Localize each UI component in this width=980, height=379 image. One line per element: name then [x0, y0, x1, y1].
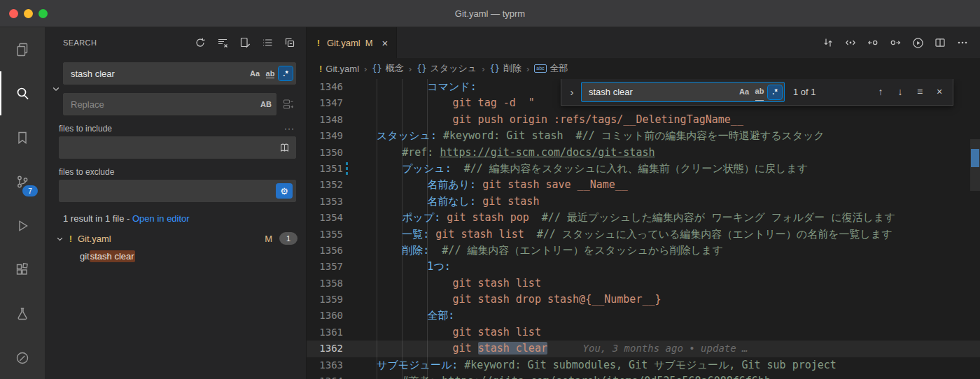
line-number[interactable]: 1354: [307, 210, 351, 226]
search-open-editors-icon[interactable]: [276, 140, 293, 155]
symbol-object-icon: {}: [489, 64, 499, 73]
line-number[interactable]: 1364: [307, 373, 351, 379]
code-line-1354[interactable]: 1354 ポップ: git stash pop #// 最近プッシュした編集内容…: [307, 210, 980, 226]
code-line-1349[interactable]: 1349 スタッシュ: #keyword: Git stash #// コミット…: [307, 128, 980, 144]
code-line-1356[interactable]: 1356 削除: #// 編集内容（エントリー）をスタッシュから削除します: [307, 243, 980, 259]
code-line-1360[interactable]: 1360 全部:: [307, 308, 980, 324]
next-change-icon[interactable]: [889, 36, 902, 49]
close-find-icon[interactable]: ×: [932, 85, 947, 100]
next-match-icon[interactable]: ↓: [892, 85, 908, 100]
split-editor-icon[interactable]: [934, 36, 946, 49]
code-text: git push origin :refs/tags/__DeletingTag…: [351, 112, 980, 128]
line-number[interactable]: 1355: [307, 227, 351, 243]
preserve-case-icon[interactable]: AB: [259, 97, 273, 111]
breadcrumb-item[interactable]: !Git.yaml: [319, 64, 359, 74]
more-actions-icon[interactable]: [956, 36, 969, 49]
line-number[interactable]: 1357: [307, 259, 351, 275]
breadcrumb-separator: ›: [364, 64, 367, 74]
line-number[interactable]: 1351: [307, 161, 351, 177]
code-line-1350[interactable]: 1350 #ref: https://git-scm.com/docs/git-…: [307, 145, 980, 161]
use-exclude-settings-gear-icon[interactable]: ⚙: [276, 183, 293, 199]
tab-close-icon[interactable]: ×: [382, 37, 388, 49]
testing-icon[interactable]: [0, 292, 45, 336]
compare-changes-icon[interactable]: [822, 36, 834, 49]
explorer-icon[interactable]: [0, 27, 45, 71]
line-number[interactable]: 1360: [307, 308, 351, 324]
line-number[interactable]: 1363: [307, 357, 351, 373]
token: https://qiita.com/sotarok/items/0d525e56…: [442, 375, 771, 379]
new-search-editor-icon[interactable]: [239, 36, 251, 49]
overview-ruler[interactable]: [970, 79, 980, 379]
toggle-replace-icon[interactable]: ›: [567, 84, 577, 100]
search-result-match-row[interactable]: git stash clear: [45, 248, 306, 265]
toggle-replace-chevron-icon[interactable]: [49, 62, 63, 115]
minimize-window-button[interactable]: [24, 9, 33, 18]
line-number[interactable]: 1361: [307, 324, 351, 341]
code-line-1355[interactable]: 1355 一覧: git stash list #// スタッシュに入っている編…: [307, 227, 980, 243]
code-line-1361[interactable]: 1361 git stash list: [307, 324, 980, 341]
breadcrumb-item[interactable]: abc全部: [534, 62, 568, 75]
zoom-window-button[interactable]: [38, 9, 48, 18]
replace-input[interactable]: [69, 99, 258, 110]
line-number[interactable]: 1346: [307, 79, 351, 95]
line-number[interactable]: 1362: [307, 341, 351, 357]
close-window-button[interactable]: [9, 9, 18, 18]
line-number[interactable]: 1356: [307, 243, 351, 259]
line-number[interactable]: 1352: [307, 177, 351, 193]
source-control-icon[interactable]: 7: [0, 159, 45, 203]
line-number[interactable]: 1359: [307, 292, 351, 308]
open-in-editor-link[interactable]: Open in editor: [132, 213, 190, 224]
whole-word-icon[interactable]: ab: [263, 66, 277, 80]
find-in-selection-icon[interactable]: ≡: [912, 85, 927, 100]
extensions-icon[interactable]: [0, 248, 45, 292]
regex-icon[interactable]: .*: [768, 85, 782, 99]
activity-bar: 7: [0, 27, 45, 379]
refresh-icon[interactable]: [194, 36, 206, 49]
code-line-1348[interactable]: 1348 git push origin :refs/tags/__Deleti…: [307, 112, 980, 128]
breadcrumb-item[interactable]: {}概念: [372, 62, 403, 75]
token: コマンド:: [351, 80, 477, 93]
files-to-exclude-input[interactable]: [65, 185, 276, 197]
breadcrumb-item[interactable]: {}スタッシュ: [416, 62, 477, 75]
find-input-box: Aa ab .*: [581, 82, 785, 102]
code-line-1353[interactable]: 1353 名前なし: git stash: [307, 194, 980, 210]
find-input[interactable]: [587, 86, 736, 98]
pencil-circle-icon[interactable]: [0, 336, 45, 379]
line-number[interactable]: 1348: [307, 112, 351, 128]
view-as-list-icon[interactable]: [261, 36, 274, 49]
search-input[interactable]: [69, 68, 246, 80]
chevron-down-icon[interactable]: [56, 235, 64, 243]
code-line-1362[interactable]: 1362 git stash clear You, 3 months ago •…: [307, 341, 980, 357]
line-number[interactable]: 1350: [307, 145, 351, 161]
breadcrumb-item[interactable]: {}削除: [489, 62, 521, 75]
replace-all-icon[interactable]: [281, 96, 296, 112]
run-icon[interactable]: [911, 36, 924, 49]
code-line-1359[interactable]: 1359 git stash drop stash@{__Number__}: [307, 292, 980, 308]
code-line-1357[interactable]: 1357 1つ:: [307, 259, 980, 275]
code-line-1363[interactable]: 1363 サブモジュール: #keyword: Git submodules, …: [307, 357, 980, 373]
match-case-icon[interactable]: Aa: [248, 66, 262, 80]
clear-search-results-icon[interactable]: [216, 36, 229, 49]
line-number[interactable]: 1353: [307, 194, 351, 210]
open-changes-icon[interactable]: [844, 36, 857, 49]
collapse-all-icon[interactable]: [284, 36, 296, 49]
code-line-1352[interactable]: 1352 名前あり: git stash save __Name__: [307, 177, 980, 193]
whole-word-icon[interactable]: ab: [752, 85, 766, 99]
tab-git-yaml[interactable]: ! Git.yaml M ×: [307, 27, 397, 58]
code-line-1351[interactable]: 1351 プッシュ: #// 編集内容をスタッシュに入れ、編集前（クリーン状態）…: [307, 161, 980, 177]
previous-change-icon[interactable]: [867, 36, 879, 49]
line-number[interactable]: 1349: [307, 128, 351, 144]
files-to-include-input[interactable]: [65, 142, 276, 154]
run-debug-icon[interactable]: [0, 203, 45, 248]
toggle-search-details-icon[interactable]: ···: [284, 124, 295, 134]
match-case-icon[interactable]: Aa: [737, 85, 751, 99]
result-file-row[interactable]: ! Git.yaml M 1: [45, 229, 306, 248]
regex-icon[interactable]: .*: [279, 66, 293, 80]
bookmarks-icon[interactable]: [0, 115, 45, 159]
code-line-1358[interactable]: 1358 git stash list: [307, 276, 980, 292]
previous-match-icon[interactable]: ↑: [873, 85, 888, 100]
line-number[interactable]: 1347: [307, 95, 351, 111]
line-number[interactable]: 1358: [307, 276, 351, 292]
code-line-1364[interactable]: 1364 #著者: https://qiita.com/sotarok/item…: [307, 373, 980, 379]
search-icon[interactable]: [0, 71, 45, 115]
